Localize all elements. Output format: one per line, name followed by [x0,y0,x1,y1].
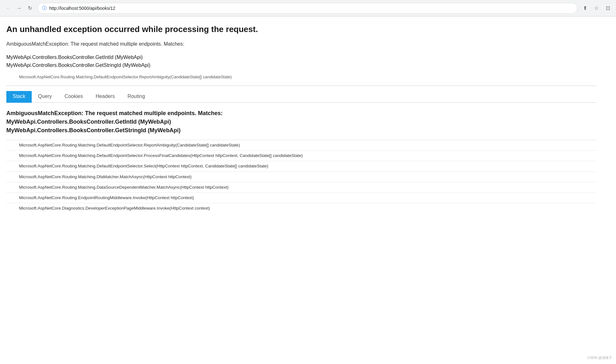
url-input[interactable] [49,6,573,11]
browser-chrome: ← → ↻ ⓘ ⬆ ☆ ⊡ [0,0,616,16]
address-bar[interactable]: ⓘ [37,3,577,14]
browser-actions: ⬆ ☆ ⊡ [580,4,612,13]
tabs-container: Stack Query Cookies Headers Routing [6,91,596,103]
stack-frame-6: Microsoft.AspNetCore.Diagnostics.Develop… [6,203,596,213]
stack-frame-0: Microsoft.AspNetCore.Routing.Matching.De… [6,140,596,150]
back-button[interactable]: ← [4,4,13,13]
page-content: An unhandled exception occurred while pr… [0,16,603,221]
stack-error-header: AmbiguousMatchException: The request mat… [6,109,596,135]
stack-frame-2: Microsoft.AspNetCore.Routing.Matching.De… [6,161,596,171]
exception-summary: AmbiguousMatchException: The request mat… [6,41,596,47]
stack-frames: Microsoft.AspNetCore.Routing.Matching.De… [6,140,596,214]
refresh-button[interactable]: ↻ [25,4,34,13]
lock-icon: ⓘ [42,5,47,11]
main-error-title: An unhandled exception occurred while pr… [6,24,596,35]
short-stack-trace: Microsoft.AspNetCore.Routing.Matching.De… [19,75,596,79]
tab-headers[interactable]: Headers [89,91,121,103]
tab-routing[interactable]: Routing [121,91,151,103]
tab-query[interactable]: Query [32,91,58,103]
tab-cookies[interactable]: Cookies [58,91,89,103]
tab-stack[interactable]: Stack [6,91,32,103]
menu-button[interactable]: ⊡ [603,4,612,13]
endpoint-item-2: MyWebApi.Controllers.BooksController.Get… [6,61,596,69]
stack-frame-5: Microsoft.AspNetCore.Routing.EndpointRou… [6,192,596,203]
divider-1 [6,86,596,86]
stack-frame-4: Microsoft.AspNetCore.Routing.Matching.Da… [6,182,596,192]
forward-button[interactable]: → [15,4,23,13]
endpoint-list: MyWebApi.Controllers.BooksController.Get… [6,53,596,69]
endpoint-item-1: MyWebApi.Controllers.BooksController.Get… [6,53,596,62]
stack-section: AmbiguousMatchException: The request mat… [6,109,596,214]
stack-frame-3: Microsoft.AspNetCore.Routing.Matching.Df… [6,172,596,182]
share-button[interactable]: ⬆ [580,4,589,13]
nav-buttons: ← → ↻ [4,4,34,13]
stack-frame-1: Microsoft.AspNetCore.Routing.Matching.De… [6,150,596,161]
bookmark-button[interactable]: ☆ [592,4,601,13]
